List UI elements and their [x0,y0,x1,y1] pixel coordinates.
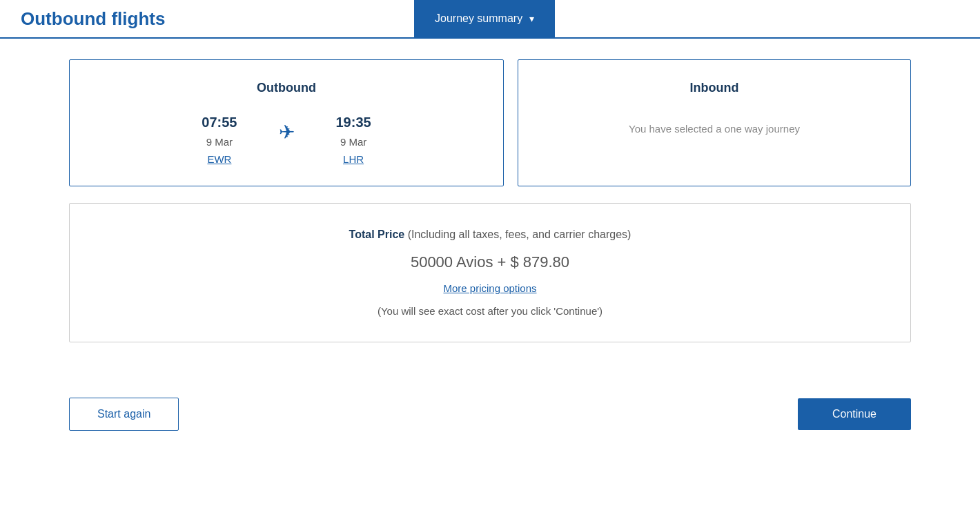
inbound-message: You have selected a one way journey [546,123,883,135]
departure-endpoint: 07:55 9 Mar EWR [202,115,237,165]
more-pricing-link[interactable]: More pricing options [97,282,883,294]
continue-button[interactable]: Continue [798,398,911,430]
journey-summary-label: Journey summary [435,12,522,25]
departure-date: 9 Mar [206,136,233,148]
page-header: Outbound flights Journey summary ▾ [0,0,980,39]
inbound-card-heading: Inbound [546,81,883,95]
total-price-label: Total Price [349,228,405,240]
arrival-time: 19:35 [336,115,371,130]
arrival-endpoint: 19:35 9 Mar LHR [336,115,371,165]
plane-icon: ✈ [279,121,295,144]
footer-buttons: Start again Continue [0,398,980,431]
journey-summary-button[interactable]: Journey summary ▾ [414,0,555,37]
start-again-button[interactable]: Start again [69,398,179,431]
arrival-date: 9 Mar [340,136,366,148]
page-title-container: Outbound flights [0,0,414,37]
outbound-card: Outbound 07:55 9 Mar EWR ✈ 19:35 9 Mar L… [69,59,504,186]
outbound-card-heading: Outbound [97,81,476,95]
pricing-card: Total Price (Including all taxes, fees, … [69,203,911,342]
page-title: Outbound flights [21,8,165,30]
flight-cards-row: Outbound 07:55 9 Mar EWR ✈ 19:35 9 Mar L… [69,59,911,186]
chevron-down-icon: ▾ [529,13,534,24]
flight-times-row: 07:55 9 Mar EWR ✈ 19:35 9 Mar LHR [97,115,476,165]
departure-time: 07:55 [202,115,237,130]
inbound-card: Inbound You have selected a one way jour… [518,59,911,186]
pricing-note: (You will see exact cost after you click… [97,305,883,317]
departure-airport-link[interactable]: EWR [207,153,231,165]
total-price-line: Total Price (Including all taxes, fees, … [97,228,883,241]
total-price-sublabel: (Including all taxes, fees, and carrier … [408,228,631,240]
main-content: Outbound 07:55 9 Mar EWR ✈ 19:35 9 Mar L… [0,39,980,391]
arrival-airport-link[interactable]: LHR [343,153,364,165]
price-value: 50000 Avios + $ 879.80 [97,253,883,271]
